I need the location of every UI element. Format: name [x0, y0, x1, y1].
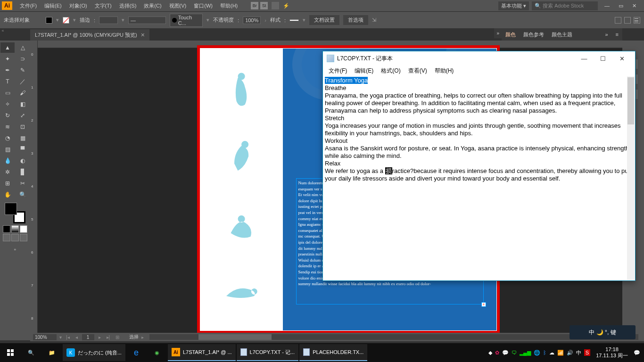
symbol-sprayer-tool[interactable]: ✲ — [0, 167, 15, 177]
lasso-tool[interactable]: ⊃ — [16, 54, 30, 64]
tray-bluetooth-icon[interactable]: ᛒ — [543, 350, 546, 355]
last-artboard-button[interactable]: ▸| — [105, 335, 112, 340]
artboard-number-field[interactable]: 1 — [82, 334, 94, 340]
line-tool[interactable]: ／ — [16, 76, 30, 87]
close-tab-icon[interactable]: × — [141, 31, 145, 39]
minimize-button[interactable]: — — [601, 3, 613, 8]
menu-icon[interactable]: ☰ — [634, 17, 640, 24]
prev-artboard-button[interactable]: ◂ — [74, 335, 79, 340]
overflow-indicator-icon[interactable]: + — [481, 302, 486, 307]
notifications-button[interactable]: 💬 — [634, 350, 640, 356]
horizontal-ruler[interactable] — [38, 41, 622, 48]
doc-setup-button[interactable]: 文档设置 — [309, 15, 339, 25]
arrange-icon[interactable] — [272, 2, 279, 9]
tray-network-icon[interactable]: 🌐 — [534, 350, 540, 356]
mesh-tool[interactable]: ▤ — [0, 144, 15, 155]
horizontal-scrollbar[interactable] — [149, 334, 638, 340]
start-button[interactable] — [0, 343, 21, 362]
edge-button[interactable]: e — [126, 343, 147, 362]
grid-icon[interactable] — [624, 17, 631, 24]
tray-signal-icon[interactable]: ▂▄▆ — [520, 350, 531, 356]
tray-cloud-icon[interactable]: ☁ — [549, 350, 554, 356]
notepad-scrollbar[interactable] — [627, 76, 635, 280]
menu-window[interactable]: 窗口(W) — [190, 0, 216, 11]
pen-tool[interactable]: ✒ — [0, 65, 15, 75]
slice-tool[interactable]: ✂ — [16, 178, 30, 189]
style-swatch[interactable] — [289, 19, 299, 21]
taskbar-clock[interactable]: 17:18 17.11.13 周一 — [593, 346, 631, 359]
notepad-close-button[interactable]: ✕ — [612, 52, 631, 65]
fill-swatch[interactable] — [46, 17, 52, 24]
menu-effect[interactable]: 效果(C) — [140, 0, 165, 11]
panel-tab-color-themes[interactable]: 颜色主题 — [548, 31, 576, 38]
opacity-field[interactable]: 100% — [243, 16, 261, 24]
eraser-tool[interactable]: ◧ — [16, 99, 30, 109]
panel-tab-color[interactable]: 颜色 — [502, 31, 520, 38]
menu-object[interactable]: 对象(O) — [66, 0, 91, 11]
perspective-tool[interactable]: ▦ — [16, 133, 30, 143]
h-scrollbar-thumb[interactable] — [198, 334, 272, 340]
tray-wifi-icon[interactable]: 📶 — [557, 350, 564, 356]
notepad-titlebar[interactable]: L7COPY.TXT - 记事本 — ☐ ✕ — [323, 51, 635, 66]
menu-type[interactable]: 文字(T) — [91, 0, 116, 11]
brush-field[interactable]: Touch C... — [170, 14, 203, 27]
np-menu-format[interactable]: 格式(O) — [377, 67, 404, 75]
draw-inside-icon[interactable] — [20, 234, 27, 241]
color-mode-icon[interactable] — [3, 225, 10, 233]
scale-tool[interactable]: ⤢ — [16, 110, 30, 121]
direct-selection-tool[interactable]: △ — [16, 42, 30, 53]
tray-volume-icon[interactable]: 🔊 — [567, 350, 573, 356]
fill-stroke-box[interactable] — [5, 203, 25, 223]
first-artboard-button[interactable]: |◂ — [65, 335, 71, 340]
gpu-icon[interactable]: ⚡ — [283, 3, 289, 9]
search-button[interactable]: 🔍 — [21, 343, 41, 362]
stroke-profile-field[interactable]: — — [128, 16, 166, 24]
ime-indicator[interactable]: 中 🌙 °, 键 — [570, 325, 636, 339]
browser-button[interactable]: ◉ — [147, 343, 167, 362]
paintbrush-tool[interactable]: 🖌 — [16, 88, 30, 98]
magic-wand-tool[interactable]: ✦ — [0, 54, 15, 64]
gradient-tool[interactable]: ▀ — [16, 144, 30, 155]
prefs-button[interactable]: 首选项 — [343, 15, 368, 25]
tray-icon-3[interactable]: 💬 — [502, 350, 509, 356]
explorer-button[interactable]: 📁 — [41, 343, 62, 362]
panel-menu-icon[interactable]: ≡ — [612, 32, 622, 37]
hand-tool[interactable]: ✋ — [0, 189, 15, 200]
draw-normal-icon[interactable] — [3, 234, 10, 241]
menu-file[interactable]: 文件(F) — [16, 0, 41, 11]
notepad-window[interactable]: L7COPY.TXT - 记事本 — ☐ ✕ 文件(F) 编辑(E) 格式(O)… — [322, 51, 636, 281]
selection-tool[interactable]: ▲ — [0, 42, 15, 53]
expand-panels-icon[interactable]: » — [494, 28, 502, 38]
stroke-swatch[interactable] — [63, 17, 69, 24]
eyedropper-tool[interactable]: 💧 — [0, 156, 15, 166]
draw-behind-icon[interactable] — [11, 234, 19, 241]
tray-keyboard-icon[interactable]: S — [584, 349, 590, 356]
gradient-mode-icon[interactable] — [11, 225, 19, 233]
task-illustrator[interactable]: AiL7START_1.AI* @ ... — [168, 344, 236, 361]
task-music[interactable]: Kだったのに (纯音... — [63, 344, 125, 361]
tray-icon-2[interactable]: ✿ — [495, 350, 499, 356]
free-transform-tool[interactable]: ⊡ — [16, 122, 30, 132]
zoom-tool[interactable]: 🔍 — [16, 189, 30, 200]
stock-icon[interactable]: St — [260, 2, 268, 9]
bridge-icon[interactable]: Br — [251, 2, 258, 9]
np-menu-edit[interactable]: 编辑(E) — [351, 67, 377, 75]
np-menu-view[interactable]: 查看(V) — [405, 67, 431, 75]
collapse-tools-icon[interactable]: « — [0, 28, 6, 35]
width-tool[interactable]: ≋ — [0, 122, 15, 132]
tray-wechat-icon[interactable]: 🗨 — [512, 350, 517, 355]
screen-mode-icon[interactable]: ▫ — [8, 244, 22, 255]
menu-help[interactable]: 帮助(H) — [216, 0, 241, 11]
none-mode-icon[interactable] — [20, 225, 27, 233]
zoom-field[interactable]: 100% — [33, 334, 57, 340]
np-menu-help[interactable]: 帮助(H) — [431, 67, 458, 75]
align-icon[interactable] — [615, 17, 621, 24]
tray-icon-1[interactable]: ◆ — [488, 350, 492, 356]
notepad-text-area[interactable]: Transform Yoga Breathe Pranayama, the yo… — [323, 76, 635, 279]
task-notepad[interactable]: L7COPY.TXT - 记... — [237, 344, 299, 361]
blend-tool[interactable]: ◐ — [16, 156, 30, 166]
artboard-nav-icon[interactable]: ⊞ — [114, 335, 121, 340]
menu-select[interactable]: 选择(S) — [116, 0, 140, 11]
rectangle-tool[interactable]: ▭ — [0, 88, 15, 98]
scrollbar-thumb[interactable] — [627, 77, 634, 124]
